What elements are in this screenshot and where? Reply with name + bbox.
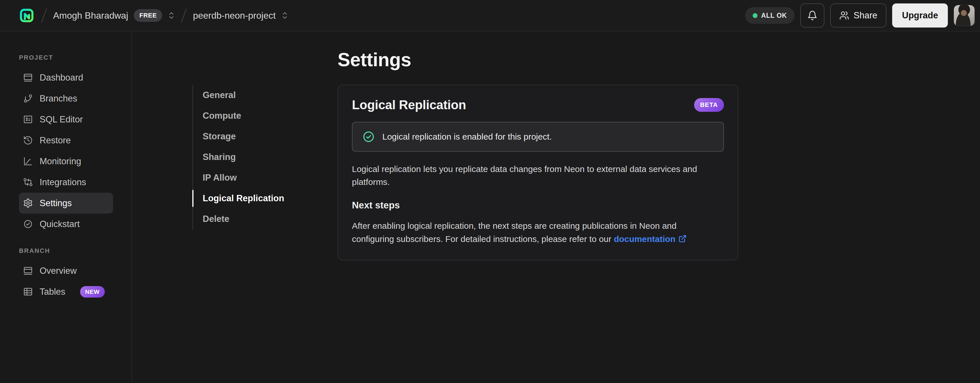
sidebar-item-label: Quickstart: [40, 219, 80, 229]
sidebar: PROJECT Dashboard Branches: [0, 32, 132, 382]
settings-nav-item-logical-replication[interactable]: Logical Replication: [203, 188, 337, 209]
sidebar-item-monitoring[interactable]: Monitoring: [19, 151, 113, 172]
new-badge: NEW: [80, 286, 105, 298]
overview-icon: [23, 266, 33, 276]
breadcrumb-divider: [181, 8, 187, 23]
settings-nav-item-storage[interactable]: Storage: [203, 126, 337, 147]
sidebar-item-label: Restore: [40, 135, 71, 146]
page-title: Settings: [337, 49, 738, 70]
share-button[interactable]: Share: [830, 3, 887, 27]
alert-text: Logical replication is enabled for this …: [382, 132, 552, 142]
project-selector[interactable]: peerdb-neon-project: [193, 10, 288, 21]
sidebar-item-dashboard[interactable]: Dashboard: [19, 67, 113, 88]
card-title: Logical Replication: [352, 98, 466, 112]
logical-replication-card: Logical Replication BETA Logical replica…: [337, 85, 738, 260]
documentation-link[interactable]: documentation: [614, 234, 687, 244]
breadcrumb-divider: [41, 8, 47, 23]
breadcrumb: Amogh Bharadwaj FREE peerdb-neon-project: [18, 7, 288, 24]
beta-badge: BETA: [694, 98, 724, 112]
settings-nav-item-sharing[interactable]: Sharing: [203, 147, 337, 168]
settings-nav-item-delete[interactable]: Delete: [203, 209, 337, 229]
external-link-icon: [678, 234, 687, 243]
plan-badge: FREE: [134, 9, 162, 22]
sidebar-item-label: Overview: [40, 266, 76, 276]
monitoring-chart-icon: [23, 156, 33, 166]
upgrade-button[interactable]: Upgrade: [892, 3, 948, 27]
main-content: General Compute Storage Sharing IP Allow…: [132, 32, 980, 382]
gear-icon: [23, 198, 33, 208]
settings-nav-item-general[interactable]: General: [203, 85, 337, 106]
settings-nav-item-ip-allow[interactable]: IP Allow: [203, 168, 337, 188]
status-badge[interactable]: ALL OK: [745, 7, 795, 24]
neon-logo-icon: [18, 7, 35, 24]
topbar: Amogh Bharadwaj FREE peerdb-neon-project…: [0, 0, 980, 32]
next-steps-text: After enabling logical replication, the …: [352, 219, 718, 246]
sidebar-item-quickstart[interactable]: Quickstart: [19, 214, 113, 234]
chevron-updown-icon: [168, 11, 175, 20]
sidebar-item-restore[interactable]: Restore: [19, 130, 113, 151]
topbar-actions: ALL OK Share Upgrade: [745, 3, 975, 27]
people-icon: [839, 11, 849, 21]
table-icon: [23, 286, 33, 297]
sql-editor-icon: [23, 114, 33, 124]
sidebar-item-integrations[interactable]: Integrations: [19, 172, 113, 193]
dashboard-icon: [23, 73, 33, 82]
user-avatar[interactable]: [954, 5, 975, 26]
sidebar-item-label: SQL Editor: [40, 114, 83, 125]
sidebar-item-label: Dashboard: [40, 73, 83, 83]
sidebar-item-label: Branches: [40, 93, 77, 104]
bell-icon: [807, 10, 818, 21]
description-text: Logical replication lets you replicate d…: [352, 163, 714, 188]
sidebar-item-sql-editor[interactable]: SQL Editor: [19, 109, 113, 130]
check-circle-icon: [362, 130, 375, 143]
sidebar-item-label: Integrations: [40, 177, 86, 187]
git-branch-icon: [23, 93, 33, 103]
org-name: Amogh Bharadwaj: [53, 10, 128, 21]
next-steps-title: Next steps: [352, 200, 724, 211]
project-name: peerdb-neon-project: [193, 10, 275, 21]
documentation-link-label: documentation: [614, 234, 675, 244]
sidebar-section-branch: BRANCH: [19, 247, 132, 255]
sidebar-item-label: Tables: [40, 286, 65, 297]
sidebar-item-label: Monitoring: [40, 156, 81, 166]
success-alert: Logical replication is enabled for this …: [352, 122, 724, 152]
sidebar-item-overview[interactable]: Overview: [19, 260, 113, 281]
sidebar-item-tables[interactable]: Tables NEW: [19, 281, 113, 302]
sidebar-item-label: Settings: [40, 198, 72, 209]
check-circle-icon: [23, 219, 33, 229]
settings-nav-item-compute[interactable]: Compute: [203, 106, 337, 126]
neon-logo[interactable]: [18, 7, 35, 24]
settings-nav: General Compute Storage Sharing IP Allow…: [192, 85, 337, 229]
sidebar-item-branches[interactable]: Branches: [19, 88, 113, 109]
notifications-button[interactable]: [800, 3, 824, 27]
chevron-updown-icon: [281, 11, 288, 20]
settings-content: Settings Logical Replication BETA Logica…: [337, 32, 738, 260]
org-selector[interactable]: Amogh Bharadwaj FREE: [53, 9, 175, 22]
neon-console: Amogh Bharadwaj FREE peerdb-neon-project…: [0, 0, 980, 382]
integrations-icon: [23, 177, 33, 187]
status-dot-icon: [752, 13, 757, 18]
history-icon: [23, 135, 33, 146]
sidebar-section-project: PROJECT: [19, 54, 132, 61]
share-label: Share: [854, 10, 878, 21]
sidebar-item-settings[interactable]: Settings: [19, 193, 113, 214]
status-label: ALL OK: [761, 12, 787, 19]
